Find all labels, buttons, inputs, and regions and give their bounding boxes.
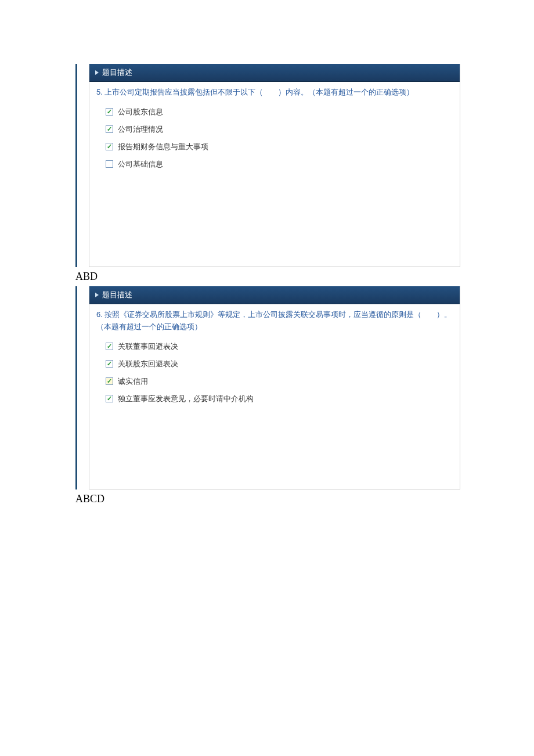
option-row[interactable]: 关联股东回避表决 [106,355,443,373]
option-row[interactable]: 公司基础信息 [106,156,443,173]
option-label: 公司股东信息 [118,107,163,117]
question-block-1: 题目描述 5. 上市公司定期报告应当披露包括但不限于以下（ ）内容。（本题有超过… [75,64,534,267]
header-label: 题目描述 [102,67,132,78]
option-list: 公司股东信息 公司治理情况 报告期财务信息与重大事项 公司基础信息 [89,101,460,180]
question-text: 5. 上市公司定期报告应当披露包括但不限于以下（ ）内容。（本题有超过一个的正确… [89,82,460,101]
option-label: 关联股东回避表决 [118,359,178,369]
checkbox-icon[interactable] [106,108,113,116]
card-header: 题目描述 [89,286,460,304]
question-number: 5. [96,88,103,96]
checkbox-icon[interactable] [106,125,113,133]
option-label: 关联董事回避表决 [118,341,178,352]
question-block-2: 题目描述 6. 按照《证券交易所股票上市规则》等规定，上市公司披露关联交易事项时… [75,286,534,489]
page: 题目描述 5. 上市公司定期报告应当披露包括但不限于以下（ ）内容。（本题有超过… [0,0,534,505]
triangle-icon [95,70,99,75]
checkbox-icon[interactable] [106,160,113,168]
header-label: 题目描述 [102,290,132,300]
option-label: 独立董事应发表意见，必要时请中介机构 [118,394,254,404]
option-row[interactable]: 独立董事应发表意见，必要时请中介机构 [106,390,443,408]
option-row[interactable]: 公司股东信息 [106,103,443,121]
question-body: 按照《证券交易所股票上市规则》等规定，上市公司披露关联交易事项时，应当遵循的原则… [96,310,452,331]
answer-text: ABD [75,271,534,283]
question-number: 6. [96,310,103,319]
option-row[interactable]: 关联董事回避表决 [106,338,443,355]
option-label: 公司基础信息 [118,159,163,170]
question-card: 题目描述 5. 上市公司定期报告应当披露包括但不限于以下（ ）内容。（本题有超过… [89,64,460,267]
option-row[interactable]: 报告期财务信息与重大事项 [106,138,443,156]
option-label: 报告期财务信息与重大事项 [118,142,208,152]
checkbox-icon[interactable] [106,395,113,402]
checkbox-icon[interactable] [106,343,113,350]
question-card: 题目描述 6. 按照《证券交易所股票上市规则》等规定，上市公司披露关联交易事项时… [89,286,460,489]
option-list: 关联董事回避表决 关联股东回避表决 诚实信用 独立董事应发表意见，必要时请中介机… [89,336,460,415]
option-label: 诚实信用 [118,376,148,387]
checkbox-icon[interactable] [106,360,113,368]
question-text: 6. 按照《证券交易所股票上市规则》等规定，上市公司披露关联交易事项时，应当遵循… [89,304,460,336]
checkbox-icon[interactable] [106,143,113,150]
card-header: 题目描述 [89,64,460,82]
answer-text: ABCD [75,493,534,505]
option-row[interactable]: 诚实信用 [106,373,443,390]
checkbox-icon[interactable] [106,377,113,385]
triangle-icon [95,293,99,297]
option-row[interactable]: 公司治理情况 [106,121,443,138]
question-body: 上市公司定期报告应当披露包括但不限于以下（ ）内容。（本题有超过一个的正确选项） [104,88,414,96]
option-label: 公司治理情况 [118,124,163,135]
